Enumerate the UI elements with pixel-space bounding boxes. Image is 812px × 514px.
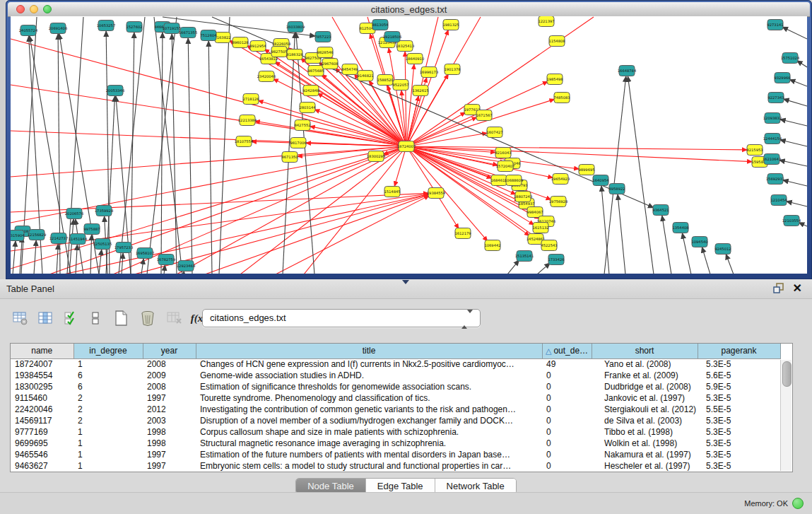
node-teal-19218506[interactable]: 19218506 [383,32,401,42]
node-teal-10653257[interactable]: 10653257 [97,21,115,31]
edge[interactable] [208,41,212,274]
node-teal-9975887[interactable]: 9975887 [83,224,100,235]
column-header-in_degree[interactable]: in_degree [73,344,143,358]
node-yellow-9875685[interactable]: 9875685 [307,66,324,76]
node-yellow-1221397[interactable]: 1221397 [538,16,554,27]
table-row[interactable]: 1830029562008Estimation of significance … [11,381,780,392]
node-yellow-8960128[interactable]: 8960128 [232,37,248,48]
table-row[interactable]: 911546021997Tourette syndrome. Phenomeno… [11,392,780,404]
citation-edge[interactable] [406,17,481,146]
edge[interactable] [784,99,807,106]
edge[interactable] [780,119,807,126]
node-yellow-8216043[interactable]: 8216043 [495,148,511,158]
table-row[interactable]: 2242004622012Investigating the contribut… [11,404,780,415]
node-yellow-1607427[interactable]: 1607427 [486,127,502,138]
node-yellow-19384554[interactable]: 19384554 [427,188,446,199]
node-yellow-18640910[interactable]: 18640910 [406,54,424,64]
citation-edge[interactable] [276,196,429,274]
node-yellow-8912954[interactable]: 8912954 [249,41,266,52]
node-yellow-1985498[interactable]: 1985498 [546,74,563,85]
edge[interactable] [188,38,192,274]
node-teal-16210643[interactable]: 16210643 [763,154,781,165]
node-yellow-1612179[interactable]: 1612179 [454,228,471,239]
node-teal-1354408[interactable]: 1354408 [672,223,688,233]
node-yellow-9827505[interactable]: 9827505 [271,47,287,57]
network-canvas[interactable]: 1872400718300295867135098170061810755484… [11,16,807,274]
table-row[interactable]: 1872400712008Changes of HCN gene express… [11,358,780,370]
node-yellow-1901378[interactable]: 1901378 [444,64,460,75]
citation-edge[interactable] [406,146,747,150]
node-yellow-2967608[interactable]: 2967608 [322,59,338,69]
window-titlebar[interactable]: citations_edges.txt [8,2,810,17]
column-header-out_de[interactable]: △out_de… [542,344,592,358]
node-yellow-9817006[interactable]: 9817006 [290,138,306,148]
node-teal-8958922[interactable]: 8958922 [608,184,625,194]
edge[interactable] [90,235,92,274]
node-teal-8813054[interactable]: 8813054 [372,20,389,30]
edge[interactable] [789,80,807,86]
table-row[interactable]: 969969511998Structural magnetic resonanc… [11,438,780,449]
node-teal-12142737[interactable]: 12142737 [49,233,68,244]
column-header-pagerank[interactable]: pagerank [698,344,780,358]
node-teal-7512604[interactable]: 7512604 [200,30,217,41]
edge[interactable] [601,186,609,274]
float-panel-icon[interactable] [772,283,785,294]
edge[interactable] [779,160,807,166]
node-yellow-16996173[interactable]: 16996173 [420,67,438,78]
citation-edge[interactable] [240,146,406,274]
node-yellow-2718126[interactable]: 2718126 [242,94,259,105]
node-teal-17359928[interactable]: 17359928 [95,206,113,216]
node-yellow-12213384[interactable]: 12213384 [238,115,257,126]
node-yellow-19654923[interactable]: 19654923 [551,174,570,185]
node-teal-20691406[interactable]: 20691406 [49,23,67,34]
node-teal-24055724[interactable]: 24055724 [19,25,38,36]
node-teal-16648784[interactable]: 16648784 [618,66,637,76]
tab-node-table[interactable]: Node Table [296,479,366,493]
node-teal-15751024[interactable]: 15751024 [781,53,800,64]
edge[interactable] [618,194,625,274]
node-yellow-9899695[interactable]: 9899695 [578,165,594,175]
new-table-icon[interactable] [110,308,131,329]
edge[interactable] [782,27,807,39]
table-row[interactable]: 946554611997Estimation of the future num… [11,449,780,460]
citation-edge[interactable] [406,99,555,146]
node-yellow-9242848[interactable]: 9242848 [302,86,319,96]
node-teal-12103554[interactable]: 12103554 [782,216,801,226]
edge[interactable] [662,216,671,274]
edge[interactable] [57,244,58,274]
node-teal-15135141[interactable]: 15135141 [515,251,534,262]
node-teal-11451944[interactable]: 11451944 [69,234,88,245]
node-teal-16958107[interactable]: 16958107 [136,248,154,259]
cell-view-icon[interactable] [85,308,106,329]
node-teal-12093832[interactable]: 12093832 [763,113,782,124]
citation-edge[interactable] [64,194,428,274]
edge[interactable] [99,250,102,274]
edge[interactable] [172,34,177,274]
edge[interactable] [537,263,550,274]
show-columns-icon[interactable] [35,308,57,329]
node-yellow-1615132[interactable]: 1615132 [532,223,548,233]
table-options-icon[interactable] [10,308,31,329]
node-yellow-7163822[interactable]: 7163822 [214,33,230,43]
edge[interactable] [13,241,16,274]
splitter-collapse-icon[interactable] [402,280,409,284]
citation-edge[interactable] [11,131,406,146]
node-teal-16782759[interactable]: 16782759 [157,255,175,265]
column-header-year[interactable]: year [143,344,196,358]
node-teal-12444154[interactable]: 12444154 [763,134,782,144]
edge[interactable] [787,201,807,206]
tab-network-table[interactable]: Network Table [435,479,516,493]
node-teal-9364521[interactable]: 9364521 [652,205,669,216]
citation-edge[interactable] [11,146,406,269]
node-teal-15692931[interactable]: 15692931 [766,174,784,185]
edge[interactable] [628,76,654,274]
table-row[interactable]: 946362711997Embryonic stem cells: a mode… [11,460,780,472]
edge[interactable] [783,180,807,186]
node-teal-9245012[interactable]: 9245012 [714,244,731,255]
node-yellow-8215953[interactable]: 8215953 [746,145,763,156]
node-yellow-9146821[interactable]: 9146821 [357,71,373,81]
edge[interactable] [507,260,519,274]
edge[interactable] [141,259,143,274]
citation-edge[interactable] [406,146,752,162]
node-yellow-4522543[interactable]: 4522543 [541,240,557,251]
